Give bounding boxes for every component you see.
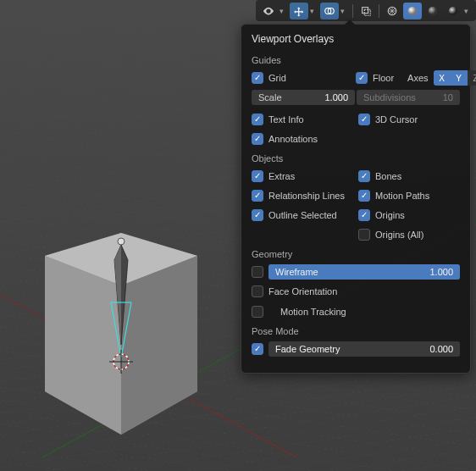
- wireframe-value: 1.000: [429, 267, 453, 277]
- xray-toggle[interactable]: [357, 3, 375, 19]
- scale-value: 1.000: [324, 92, 348, 103]
- label-3d-cursor: 3D Cursor: [375, 114, 418, 125]
- section-objects-label: Objects: [252, 153, 460, 163]
- checkbox-extras[interactable]: [252, 170, 263, 182]
- shading-matcap[interactable]: [423, 3, 442, 19]
- label-motion-paths: Motion Paths: [375, 191, 429, 201]
- svg-point-24: [449, 6, 458, 15]
- checkbox-face-orientation[interactable]: [252, 285, 263, 297]
- checkbox-fade-geometry[interactable]: [252, 343, 263, 355]
- checkbox-origins[interactable]: [358, 209, 370, 221]
- axis-x-toggle[interactable]: X: [434, 70, 451, 86]
- checkbox-floor[interactable]: [356, 72, 368, 84]
- wireframe-label: Wireframe: [275, 267, 318, 277]
- svg-rect-20: [364, 9, 370, 15]
- subdivisions-value: 10: [443, 92, 453, 103]
- section-pose-mode-label: Pose Mode: [252, 326, 460, 336]
- subdivisions-label: Subdivisions: [363, 92, 416, 103]
- svg-rect-19: [363, 7, 368, 13]
- label-origins-all: Origins (All): [375, 230, 423, 240]
- shading-wireframe[interactable]: [383, 3, 401, 19]
- viewport-overlays-panel: Viewport Overlays Guides Grid Floor Axes…: [241, 24, 471, 374]
- label-relationship-lines: Relationship Lines: [268, 191, 345, 201]
- fade-geometry-slider[interactable]: Fade Geometry 0.000: [268, 341, 460, 357]
- svg-point-22: [408, 6, 418, 15]
- checkbox-outline-selected[interactable]: [252, 209, 263, 221]
- fade-geometry-value: 0.000: [429, 344, 453, 354]
- svg-point-7: [118, 238, 125, 245]
- label-grid: Grid: [268, 73, 286, 83]
- section-guides-label: Guides: [252, 55, 460, 65]
- shading-dropdown[interactable]: ▾: [464, 7, 473, 15]
- label-outline-selected: Outline Selected: [268, 210, 337, 220]
- checkbox-wireframe[interactable]: [252, 266, 263, 278]
- checkbox-motion-tracking[interactable]: [252, 306, 263, 318]
- checkbox-grid[interactable]: [252, 72, 263, 84]
- visibility-dropdown[interactable]: ▾: [280, 7, 288, 15]
- panel-title: Viewport Overlays: [252, 33, 460, 45]
- wireframe-slider[interactable]: Wireframe 1.000: [268, 264, 460, 280]
- label-annotations: Annotations: [268, 134, 318, 144]
- axis-y-toggle[interactable]: Y: [451, 70, 468, 86]
- object-visibility-button[interactable]: [259, 3, 278, 19]
- scale-label: Scale: [258, 92, 282, 103]
- shading-rendered[interactable]: [444, 3, 462, 19]
- default-cube[interactable]: [38, 226, 203, 438]
- label-text-info: Text Info: [268, 114, 304, 125]
- svg-marker-6: [121, 256, 197, 435]
- checkbox-text-info[interactable]: [252, 114, 263, 125]
- axis-z-toggle[interactable]: Z: [468, 70, 476, 86]
- scale-field[interactable]: Scale 1.000: [252, 90, 355, 105]
- fade-geometry-label: Fade Geometry: [275, 344, 340, 354]
- svg-marker-5: [45, 256, 121, 435]
- svg-point-23: [429, 6, 438, 15]
- label-origins: Origins: [375, 210, 405, 220]
- gizmo-toggle[interactable]: [290, 3, 308, 19]
- overlay-toggle[interactable]: [320, 3, 339, 19]
- label-bones: Bones: [375, 171, 401, 181]
- checkbox-motion-paths[interactable]: [358, 190, 370, 202]
- viewport-header: ▾ ▾ ▾ ▾: [256, 0, 476, 21]
- label-floor: Floor: [373, 73, 394, 83]
- checkbox-3d-cursor[interactable]: [358, 114, 370, 125]
- axes-toggle-group: X Y Z: [434, 70, 476, 86]
- subdivisions-field[interactable]: Subdivisions 10: [357, 90, 460, 105]
- section-geometry-label: Geometry: [252, 249, 460, 259]
- checkbox-bones[interactable]: [358, 170, 370, 182]
- label-axes: Axes: [407, 73, 428, 83]
- label-motion-tracking: Motion Tracking: [280, 307, 346, 317]
- label-extras: Extras: [268, 171, 295, 181]
- gizmo-dropdown[interactable]: ▾: [310, 7, 318, 15]
- checkbox-relationship-lines[interactable]: [252, 190, 263, 202]
- overlay-dropdown[interactable]: ▾: [340, 7, 349, 15]
- checkbox-origins-all[interactable]: [358, 229, 370, 241]
- label-face-orientation: Face Orientation: [268, 286, 337, 296]
- shading-solid[interactable]: [403, 3, 422, 19]
- checkbox-annotations[interactable]: [252, 133, 263, 145]
